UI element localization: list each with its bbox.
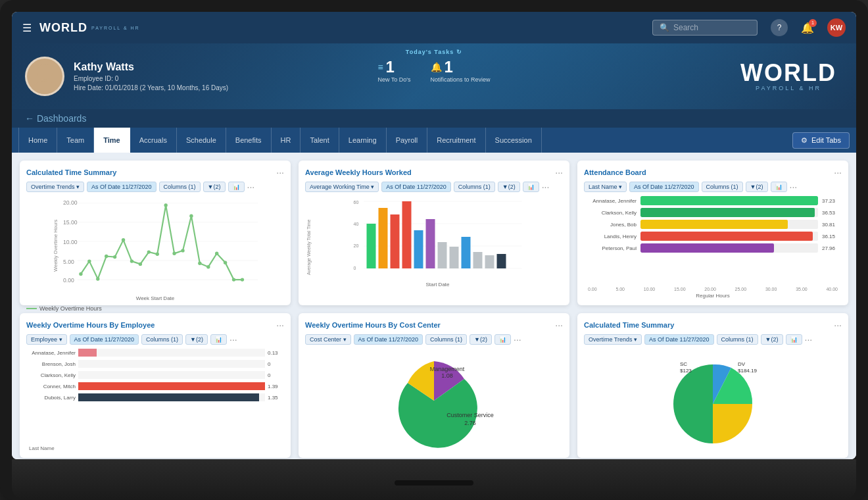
- svg-point-25: [189, 214, 193, 217]
- bar-chart-container: Average Weekly Total Time 60 40 20 0: [305, 196, 563, 299]
- notif-badge: 1: [809, 19, 817, 27]
- chart-type-4[interactable]: 📊: [210, 334, 227, 345]
- svg-rect-41: [367, 224, 376, 268]
- laptop-outer: ☰ WORLD PAYROLL & HR 🔍 ? 🔔 1 KW: [0, 0, 868, 500]
- date-filter-2[interactable]: As Of Date 11/27/2020: [381, 182, 451, 192]
- widget-more-ctrl-6[interactable]: ···: [805, 334, 813, 345]
- widget-more-ctrl-2[interactable]: ···: [542, 182, 550, 192]
- columns-4[interactable]: Columns (1): [141, 334, 183, 345]
- edit-tabs-button[interactable]: ⚙ Edit Tabs: [792, 132, 850, 149]
- date-filter-6[interactable]: As Of Date 11/27/2020: [644, 334, 714, 345]
- widget-more-ctrl-5[interactable]: ···: [514, 334, 521, 345]
- svg-point-29: [224, 261, 227, 264]
- ot-trends-dropdown2[interactable]: Overtime Trends ▾: [584, 334, 642, 345]
- refresh-icon[interactable]: ↻: [456, 49, 462, 55]
- widget-header-6: Calculated Time Summary ···: [584, 320, 842, 330]
- attendance-x-label: Regular Hours: [584, 293, 842, 299]
- search-box[interactable]: 🔍: [652, 20, 758, 36]
- widget-controls-3: Last Name ▾ As Of Date 11/27/2020 Column…: [584, 182, 842, 192]
- tab-accruals[interactable]: Accruals: [130, 128, 177, 153]
- widget-more-2[interactable]: ···: [555, 167, 563, 178]
- widget-more-5[interactable]: ···: [555, 320, 563, 330]
- chart-type-3[interactable]: 📊: [771, 182, 787, 192]
- tab-talent[interactable]: Talent: [301, 128, 339, 153]
- todos-counter[interactable]: ≡ 1 New To Do's: [377, 58, 410, 83]
- wob-bar-5: [78, 393, 259, 401]
- svg-point-20: [147, 250, 151, 253]
- notification-icon[interactable]: 🔔 1: [801, 22, 814, 34]
- hbar-val-2: 36.53: [822, 210, 842, 216]
- svg-text:10.00: 10.00: [63, 239, 78, 245]
- svg-point-17: [122, 238, 125, 241]
- laptop-screen: ☰ WORLD PAYROLL & HR 🔍 ? 🔔 1 KW: [12, 12, 856, 459]
- search-input[interactable]: [673, 23, 752, 32]
- chart-type-2[interactable]: 📊: [523, 182, 539, 192]
- help-icon[interactable]: ?: [771, 19, 788, 36]
- employee-name: Kathy Watts: [74, 61, 228, 73]
- columns-1[interactable]: Columns (1): [159, 182, 201, 192]
- filter-4[interactable]: ▼(2): [185, 334, 208, 345]
- widget-more-ctrl-4[interactable]: ···: [229, 334, 237, 345]
- columns-6[interactable]: Columns (1): [717, 334, 758, 345]
- tab-benefits[interactable]: Benefits: [226, 128, 272, 153]
- widget-more-4[interactable]: ···: [276, 320, 284, 330]
- bar-chart-svg: 60 40 20 0: [312, 196, 563, 282]
- columns-3[interactable]: Columns (1): [702, 182, 743, 192]
- tab-learning[interactable]: Learning: [339, 128, 387, 153]
- dashboard-grid: Calculated Time Summary ··· Overtime Tre…: [12, 153, 856, 459]
- svg-text:15.00: 15.00: [63, 219, 78, 226]
- svg-text:$184.19: $184.19: [738, 368, 757, 374]
- chart-type-1[interactable]: 📊: [228, 182, 245, 192]
- wob-row-4: Conner, Mitch 1.39: [26, 382, 284, 390]
- date-filter-1[interactable]: As Of Date 11/27/2020: [87, 182, 157, 192]
- filter-6[interactable]: ▼(2): [761, 334, 783, 345]
- notif-counter[interactable]: 🔔 1 Notifications to Review: [431, 58, 491, 83]
- hbar-val-4: 36.15: [822, 234, 842, 239]
- tasks-label: Today's Tasks ↻: [377, 49, 490, 55]
- cost-center-dropdown[interactable]: Cost Center ▾: [305, 334, 351, 345]
- filter-2[interactable]: ▼(2): [498, 182, 520, 192]
- chart-type-6[interactable]: 📊: [786, 334, 802, 345]
- user-avatar[interactable]: KW: [827, 18, 846, 37]
- wob-wrap-3: [78, 371, 265, 379]
- tab-succession[interactable]: Succession: [486, 128, 542, 153]
- tab-schedule[interactable]: Schedule: [177, 128, 226, 153]
- todos-icon: ≡: [377, 62, 383, 72]
- date-filter-4[interactable]: As Of Date 11/27/2020: [70, 334, 139, 345]
- date-filter-3[interactable]: As Of Date 11/27/2020: [629, 182, 699, 192]
- filter-1[interactable]: ▼(2): [203, 182, 226, 192]
- columns-2[interactable]: Columns (1): [454, 182, 495, 192]
- tab-team[interactable]: Team: [57, 128, 94, 153]
- widget-more-ctrl-1[interactable]: ···: [247, 182, 255, 192]
- tab-recruitment[interactable]: Recruitment: [427, 128, 485, 153]
- tab-hr[interactable]: HR: [272, 128, 301, 153]
- avg-working-dropdown[interactable]: Average Working Time ▾: [305, 182, 379, 192]
- hbar-val-1: 37.23: [822, 198, 842, 204]
- widget-more-1[interactable]: ···: [276, 167, 284, 178]
- hamburger-icon[interactable]: ☰: [22, 22, 32, 34]
- date-filter-5[interactable]: As Of Date 11/27/2020: [354, 334, 423, 345]
- hbar-bar-2: [640, 208, 815, 217]
- tab-payroll[interactable]: Payroll: [387, 128, 428, 153]
- tab-home[interactable]: Home: [18, 128, 57, 153]
- chart-type-5[interactable]: 📊: [494, 334, 511, 345]
- employee-dropdown[interactable]: Employee ▾: [26, 334, 67, 345]
- columns-5[interactable]: Columns (1): [425, 334, 467, 345]
- wob-name-5: Dubois, Larry: [26, 395, 76, 401]
- hbar-row-1: Annatase, Jennifer 37.23: [584, 196, 842, 205]
- breadcrumb-back[interactable]: ← Dashboards: [25, 113, 86, 124]
- svg-point-14: [96, 277, 99, 280]
- filter-3[interactable]: ▼(2): [746, 182, 768, 192]
- overtime-trends-dropdown[interactable]: Overtime Trends ▾: [26, 182, 84, 192]
- tab-time[interactable]: Time: [94, 128, 130, 153]
- hero-section: Kathy Watts Employee ID: 0 Hire Date: 01…: [12, 43, 856, 109]
- filter-5[interactable]: ▼(2): [470, 334, 492, 345]
- svg-text:0.00: 0.00: [63, 277, 74, 284]
- lastname-dropdown[interactable]: Last Name ▾: [584, 182, 627, 192]
- svg-point-31: [241, 278, 244, 281]
- widget-more-ctrl-3[interactable]: ···: [790, 182, 798, 192]
- widget-more-6[interactable]: ···: [834, 320, 842, 330]
- breadcrumb-bar: ← Dashboards: [12, 109, 856, 128]
- logo-area: WORLD PAYROLL & HR: [39, 21, 140, 35]
- widget-more-3[interactable]: ···: [834, 167, 842, 178]
